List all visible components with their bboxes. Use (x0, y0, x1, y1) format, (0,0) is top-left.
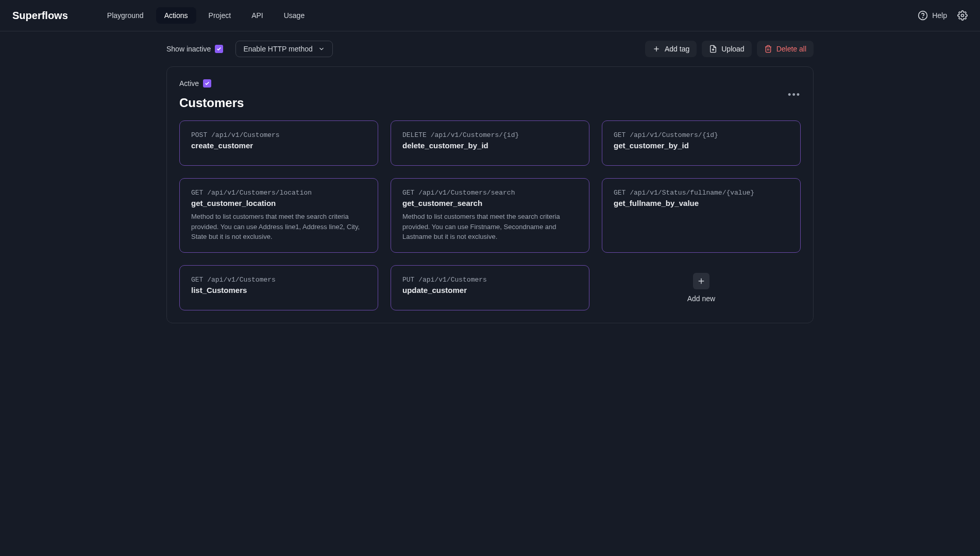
show-inactive-label: Show inactive (166, 45, 211, 53)
action-card[interactable]: GET /api/v1/Customers/{id} get_customer_… (602, 120, 801, 166)
section-title: Customers (179, 96, 244, 110)
card-method-path: GET /api/v1/Customers/{id} (614, 131, 789, 139)
nav-playground[interactable]: Playground (99, 7, 152, 24)
trash-icon (764, 45, 772, 53)
add-new-label: Add new (687, 294, 715, 303)
card-name: get_customer_search (402, 199, 578, 207)
add-tag-button[interactable]: Add tag (645, 41, 697, 57)
plus-icon (697, 276, 706, 286)
action-card[interactable]: GET /api/v1/Status/fullname/{value} get_… (602, 178, 801, 253)
card-name: update_customer (402, 286, 578, 294)
gear-icon (957, 10, 968, 21)
nav-actions[interactable]: Actions (156, 7, 196, 24)
section-more-button[interactable]: ••• (788, 90, 801, 100)
http-method-dropdown[interactable]: Enable HTTP method (235, 41, 332, 57)
card-method-path: GET /api/v1/Customers/location (191, 189, 366, 197)
add-new-icon-box (693, 273, 709, 289)
main-nav: Playground Actions Project API Usage (99, 7, 313, 24)
brand-logo[interactable]: Superflows (12, 10, 68, 22)
check-icon (205, 81, 210, 86)
svg-point-2 (961, 14, 964, 17)
check-icon (216, 46, 222, 51)
card-name: delete_customer_by_id (402, 141, 578, 150)
active-label: Active (179, 79, 199, 88)
card-description: Method to list customers that meet the s… (191, 212, 366, 242)
card-name: create_customer (191, 141, 366, 150)
more-icon: ••• (788, 90, 801, 100)
card-name: get_customer_location (191, 199, 366, 207)
nav-usage[interactable]: Usage (276, 7, 313, 24)
card-method-path: DELETE /api/v1/Customers/{id} (402, 131, 578, 139)
upload-label: Upload (721, 45, 744, 53)
help-icon (918, 10, 928, 21)
nav-project[interactable]: Project (200, 7, 240, 24)
action-card[interactable]: GET /api/v1/Customers/search get_custome… (391, 178, 589, 253)
http-method-label: Enable HTTP method (243, 45, 312, 53)
action-card[interactable]: PUT /api/v1/Customers update_customer (391, 265, 589, 310)
svg-point-1 (923, 18, 923, 18)
chevron-down-icon (318, 45, 325, 53)
card-method-path: POST /api/v1/Customers (191, 131, 366, 139)
actions-section: Active Customers ••• POST /api/v1/Custom… (166, 66, 814, 323)
action-card[interactable]: GET /api/v1/Customers list_Customers (179, 265, 378, 310)
card-name: get_fullname_by_value (614, 199, 789, 207)
upload-icon (709, 45, 717, 53)
delete-all-label: Delete all (776, 45, 806, 53)
card-name: get_customer_by_id (614, 141, 789, 150)
card-method-path: GET /api/v1/Customers (191, 276, 366, 284)
card-name: list_Customers (191, 286, 366, 294)
settings-button[interactable] (957, 10, 968, 21)
active-toggle[interactable]: Active (179, 79, 244, 88)
nav-api[interactable]: API (243, 7, 272, 24)
card-method-path: GET /api/v1/Customers/search (402, 189, 578, 197)
help-label: Help (932, 11, 947, 20)
action-card[interactable]: DELETE /api/v1/Customers/{id} delete_cus… (391, 120, 589, 166)
help-link[interactable]: Help (918, 10, 947, 21)
card-description: Method to list customers that meet the s… (402, 212, 578, 242)
active-checkbox[interactable] (203, 79, 211, 88)
cards-grid: POST /api/v1/Customers create_customer D… (179, 120, 801, 310)
add-new-button[interactable]: Add new (602, 265, 801, 310)
show-inactive-checkbox[interactable] (215, 45, 223, 53)
action-card[interactable]: POST /api/v1/Customers create_customer (179, 120, 378, 166)
plus-icon (652, 45, 661, 53)
action-card[interactable]: GET /api/v1/Customers/location get_custo… (179, 178, 378, 253)
show-inactive-toggle[interactable]: Show inactive (166, 45, 223, 53)
card-method-path: GET /api/v1/Status/fullname/{value} (614, 189, 789, 197)
delete-all-button[interactable]: Delete all (757, 41, 814, 57)
upload-button[interactable]: Upload (702, 41, 751, 57)
add-tag-label: Add tag (665, 45, 689, 53)
card-method-path: PUT /api/v1/Customers (402, 276, 578, 284)
